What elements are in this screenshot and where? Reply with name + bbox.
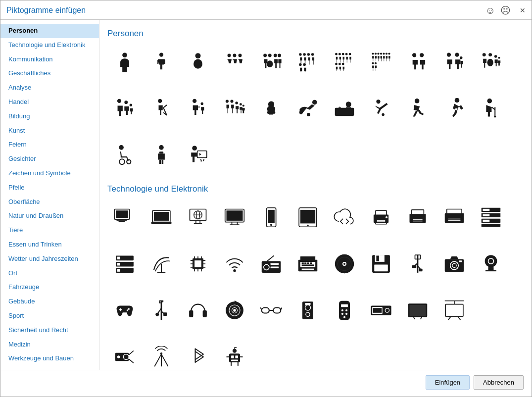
icon-baby[interactable] — [254, 91, 289, 126]
icon-projector[interactable] — [107, 340, 142, 370]
smiley-happy-icon[interactable]: ☺ — [485, 5, 495, 16]
sidebar-item-kunst[interactable]: Kunst — [0, 124, 99, 138]
icon-speaker[interactable] — [144, 138, 179, 172]
svg-point-44 — [487, 59, 493, 66]
icon-adult-child[interactable] — [181, 91, 215, 126]
sidebar-item-gesichter[interactable]: Gesichter — [0, 152, 99, 166]
icon-elderly[interactable] — [474, 91, 508, 126]
icon-cpu[interactable] — [181, 247, 215, 281]
svg-point-194 — [343, 316, 345, 318]
icon-person-man2[interactable] — [144, 45, 179, 79]
icon-gamepad[interactable] — [107, 293, 142, 328]
icon-printer3[interactable] — [437, 200, 472, 235]
icon-cell-tower[interactable] — [144, 340, 179, 370]
icon-printer[interactable] — [364, 200, 398, 235]
sidebar-item-tiere[interactable]: Tiere — [0, 223, 99, 238]
icon-usb[interactable] — [400, 247, 435, 281]
icon-printer2[interactable] — [400, 200, 435, 235]
cancel-button[interactable]: Abbrechen — [474, 375, 524, 390]
icon-cloud-sync[interactable] — [327, 200, 362, 235]
icon-family-5[interactable] — [217, 91, 252, 126]
icon-typewriter[interactable] — [290, 247, 325, 281]
svg-point-24 — [349, 53, 351, 55]
icon-webcam[interactable] — [474, 247, 508, 281]
svg-point-57 — [240, 103, 242, 105]
icon-headphones[interactable] — [181, 293, 215, 328]
smiley-sad-icon[interactable]: ☹ — [500, 4, 511, 16]
sidebar-item-gebäude[interactable]: Gebäude — [0, 295, 99, 309]
icon-stretching[interactable] — [364, 91, 398, 126]
icon-tablet[interactable] — [290, 200, 325, 235]
sidebar-item-kommunikation[interactable]: Kommunikation — [0, 52, 99, 67]
sidebar-item-geschäftliches[interactable]: Geschäftliches — [0, 66, 99, 81]
svg-point-60 — [267, 111, 270, 114]
icon-floppy-disk[interactable] — [364, 247, 398, 281]
sidebar-item-oberfläche[interactable]: Oberfläche — [0, 195, 99, 209]
icon-projector-screen[interactable] — [437, 293, 472, 328]
icon-server[interactable] — [107, 247, 142, 281]
icon-person-crutch[interactable] — [144, 91, 179, 126]
icon-group-mixed[interactable] — [254, 45, 289, 79]
sidebar-item-medizin[interactable]: Medizin — [0, 338, 99, 352]
icon-tv[interactable] — [400, 293, 435, 328]
svg-point-16 — [307, 53, 310, 56]
sidebar-item-wetter-und-jahreszeiten[interactable]: Wetter und Jahreszeiten — [0, 252, 99, 266]
icon-monitor-globe[interactable] — [181, 200, 215, 235]
icon-family-3[interactable] — [437, 45, 472, 79]
sidebar-item-personen[interactable]: Personen — [0, 24, 99, 38]
svg-point-22 — [342, 53, 344, 55]
icon-bluetooth[interactable] — [181, 340, 215, 370]
sidebar-item-zeichen-und-symbole[interactable]: Zeichen und Symbole — [0, 166, 99, 181]
icon-smartphone[interactable] — [254, 200, 289, 235]
icon-wheelchair[interactable] — [107, 138, 142, 172]
icon-camera[interactable] — [437, 247, 472, 281]
icon-crawling[interactable] — [290, 91, 325, 126]
sidebar-item-technologie-und-elektronik[interactable]: Technologie und Elektronik — [0, 38, 99, 52]
icon-group-many[interactable] — [364, 45, 398, 79]
insert-button[interactable]: Einfügen — [426, 375, 470, 390]
sidebar-item-handel[interactable]: Handel — [0, 95, 99, 109]
icon-person-neutral[interactable] — [181, 45, 215, 79]
sidebar-item-sport[interactable]: Sport — [0, 309, 99, 323]
icon-remote[interactable] — [327, 293, 362, 328]
icon-server-rack[interactable] — [474, 200, 508, 235]
sidebar-item-fahrzeuge[interactable]: Fahrzeuge — [0, 280, 99, 295]
sidebar-item-werkzeuge-und-bauen[interactable]: Werkzeuge und Bauen — [0, 351, 99, 366]
sidebar-item-natur-und-draußen[interactable]: Natur und Draußen — [0, 209, 99, 223]
icon-family-tall[interactable] — [107, 91, 142, 126]
icon-person-man[interactable] — [107, 45, 142, 79]
icon-group-8[interactable] — [327, 45, 362, 79]
icon-robot[interactable] — [217, 340, 252, 370]
icon-speaker-box[interactable] — [290, 293, 325, 328]
close-icon[interactable]: ✕ — [520, 6, 526, 14]
sidebar-item-bildung[interactable]: Bildung — [0, 109, 99, 124]
icon-two-people[interactable] — [400, 45, 435, 79]
icon-presentation[interactable] — [181, 138, 215, 172]
sidebar-item-zuhause[interactable]: Zuhause — [0, 366, 99, 370]
icon-diaper-change[interactable] — [327, 91, 362, 126]
sidebar-item-feiern[interactable]: Feiern — [0, 138, 99, 152]
icon-antenna-dish[interactable] — [144, 247, 179, 281]
sidebar-item-sicherheit-und-recht[interactable]: Sicherheit und Recht — [0, 323, 99, 338]
svg-point-0 — [122, 52, 127, 57]
sidebar-item-ort[interactable]: Ort — [0, 266, 99, 281]
icon-radio[interactable] — [254, 247, 289, 281]
icon-vinyl[interactable] — [327, 247, 362, 281]
icon-walking[interactable] — [400, 91, 435, 126]
icon-sunglasses[interactable] — [254, 293, 289, 328]
icon-family-4[interactable] — [474, 45, 508, 79]
icon-dvd-player[interactable] — [364, 293, 398, 328]
icon-usb-symbol[interactable] — [144, 293, 179, 328]
icon-group-6[interactable] — [290, 45, 325, 79]
icon-desktop-computer[interactable] — [107, 200, 142, 235]
icon-wifi-signal[interactable] — [217, 247, 252, 281]
svg-rect-152 — [376, 256, 379, 261]
sidebar-item-analyse[interactable]: Analyse — [0, 81, 99, 95]
icon-group-3[interactable] — [217, 45, 252, 79]
sidebar-item-pfeile[interactable]: Pfeile — [0, 181, 99, 195]
icon-running[interactable] — [437, 91, 472, 126]
sidebar-item-essen-und-trinken[interactable]: Essen und Trinken — [0, 238, 99, 252]
icon-monitor[interactable] — [217, 200, 252, 235]
icon-laptop[interactable] — [144, 200, 179, 235]
icon-vinyl2[interactable] — [217, 293, 252, 328]
